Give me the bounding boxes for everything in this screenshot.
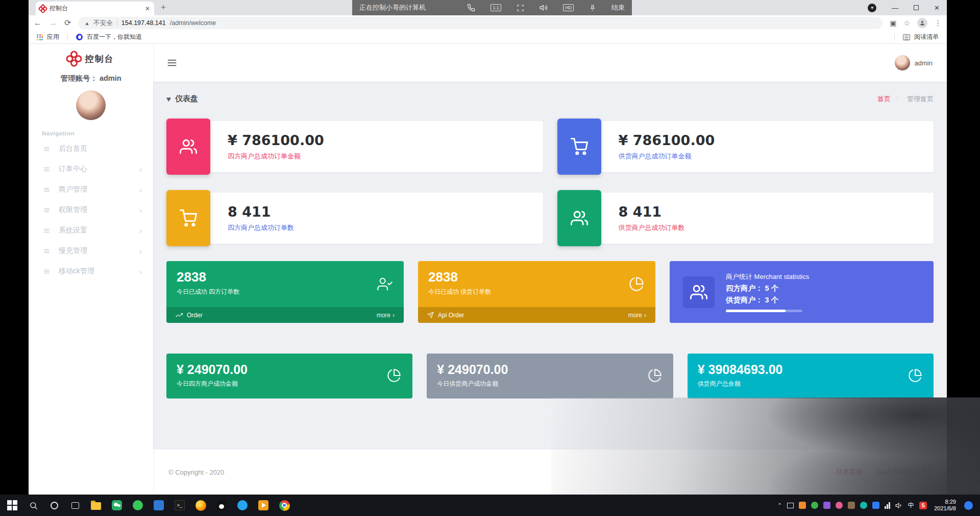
breadcrumb-separator: 〉 xyxy=(896,95,902,103)
breadcrumb-home[interactable]: 首页 xyxy=(877,95,891,104)
start-button[interactable] xyxy=(6,499,18,511)
tray-icon-purple[interactable] xyxy=(823,502,830,509)
today-card-sifang: 2838 今日已成功 四方订单数 Order more › xyxy=(166,261,404,323)
sidebar-item-permissions[interactable]: 权限管理 › xyxy=(29,200,153,220)
taskbar-app-qq[interactable] xyxy=(215,499,228,511)
hd-icon[interactable]: HD xyxy=(563,4,574,11)
forward-button[interactable]: → xyxy=(49,19,57,27)
breadcrumb: 首页 〉 管理首页 xyxy=(877,95,934,104)
remote-control-bar: 正在控制小哥的计算机 1:1 HD 结束 xyxy=(352,0,632,15)
sidebar-item-home[interactable]: 后台首页 xyxy=(29,138,153,159)
money-label: 今日供货商户成功金额 xyxy=(437,380,663,388)
taskbar-app-wechat[interactable] xyxy=(111,499,123,511)
taskbar-app-firefox[interactable] xyxy=(194,499,207,511)
notification-icon[interactable] xyxy=(964,501,973,510)
money-label: 今日四方商户成功金额 xyxy=(177,380,402,388)
remote-session-indicator-icon[interactable]: ▼ xyxy=(868,4,876,12)
version-text: SaaS系统版本: 5.3 xyxy=(876,467,932,477)
cortana-icon[interactable] xyxy=(48,499,60,511)
sidebar-item-orders[interactable]: 订单中心 › xyxy=(29,159,153,179)
url-host: 154.197.48.141 xyxy=(121,19,166,27)
browser-profile-avatar[interactable] xyxy=(917,18,927,28)
tab-close-icon[interactable]: ✕ xyxy=(145,5,150,12)
tray-icon-blue[interactable] xyxy=(872,502,879,509)
sidebar-toggle-icon[interactable] xyxy=(167,59,177,66)
sidebar-item-settings[interactable]: 系统设置 › xyxy=(29,220,153,241)
fullscreen-icon[interactable] xyxy=(517,4,524,12)
stats-row-sifang: 四方商户： 5 个 xyxy=(726,284,809,293)
browser-tab[interactable]: 控制台 ✕ xyxy=(36,2,154,15)
baidu-favicon xyxy=(76,34,83,40)
taskbar-app-green[interactable] xyxy=(132,499,144,511)
tray-icon-teal[interactable] xyxy=(860,502,867,509)
tab-title: 控制台 xyxy=(50,4,141,13)
pin-icon[interactable] xyxy=(589,4,596,12)
reload-button[interactable]: ⟳ xyxy=(64,19,71,27)
reading-list-label[interactable]: 阅读清单 xyxy=(914,33,939,41)
search-icon[interactable] xyxy=(27,499,39,511)
header-avatar xyxy=(895,55,910,71)
speaker-icon[interactable] xyxy=(540,4,548,12)
chevron-right-icon: › xyxy=(139,247,142,255)
taskbar-app-tim[interactable] xyxy=(236,499,249,511)
tray-icon-brown[interactable] xyxy=(848,502,855,509)
apps-label[interactable]: 应用 xyxy=(47,33,59,41)
translate-icon[interactable]: ▣ xyxy=(890,19,896,27)
today-label: 今日已成功 四方订单数 xyxy=(177,288,394,296)
user-avatar[interactable] xyxy=(76,90,106,120)
volume-icon[interactable] xyxy=(895,502,903,509)
tray-icon-green[interactable] xyxy=(811,502,818,509)
close-button[interactable]: ✕ xyxy=(934,4,940,12)
sidebar-item-merchants[interactable]: 商户管理 › xyxy=(29,179,153,200)
network-icon[interactable] xyxy=(885,502,890,509)
taskbar-app-terminal[interactable]: >_ xyxy=(174,499,186,511)
taskbar-app-blue[interactable] xyxy=(153,499,165,511)
bookmark-star-icon[interactable]: ☆ xyxy=(903,19,910,27)
today-card-footer[interactable]: Api Order more › xyxy=(418,307,655,323)
sidebar-item-mobile-ck[interactable]: 移动ck管理 › xyxy=(29,261,153,282)
money-card-sifang-today: ¥ 249070.00 今日四方商户成功金额 xyxy=(166,354,412,398)
chevron-right-icon: › xyxy=(139,206,142,215)
scale-1-1-icon[interactable]: 1:1 xyxy=(491,4,501,11)
header-user-menu[interactable]: admin xyxy=(895,55,933,71)
apps-grid-icon[interactable] xyxy=(37,34,43,40)
money-label: 供货商户总余额 xyxy=(698,380,923,388)
taskbar-app-player[interactable] xyxy=(257,499,270,511)
desktop-screen: { "remote_control_bar": { "title": "正在控制… xyxy=(0,0,980,516)
minimize-button[interactable]: — xyxy=(892,4,898,12)
footer-label: Order xyxy=(187,312,203,319)
maximize-button[interactable] xyxy=(914,5,919,10)
today-card-footer[interactable]: Order more › xyxy=(166,307,404,323)
contact-support-link[interactable]: 联系客服 xyxy=(836,467,863,477)
nav-section-label: Navigation xyxy=(42,130,153,136)
tray-icon-pink[interactable] xyxy=(836,502,843,509)
sogou-input-icon[interactable]: S xyxy=(919,502,927,509)
more-link[interactable]: more › xyxy=(628,312,646,319)
address-bar[interactable]: ▲ 不安全 154.197.48.141/admin/welcome xyxy=(78,17,883,29)
tray-expand-icon[interactable]: ⌃ xyxy=(777,502,782,509)
list-icon xyxy=(43,227,51,234)
task-view-icon[interactable] xyxy=(69,499,81,511)
ime-indicator[interactable]: 中 xyxy=(908,501,915,510)
cart-icon xyxy=(166,190,210,246)
back-button[interactable]: ← xyxy=(34,19,42,27)
user-check-icon xyxy=(377,276,393,292)
money-card-supplier-today: ¥ 249070.00 今日供货商户成功金额 xyxy=(427,354,673,398)
more-link[interactable]: more › xyxy=(377,312,395,319)
stat-value: 8 411 xyxy=(619,204,934,220)
browser-menu-icon[interactable]: ⋮ xyxy=(935,19,942,27)
new-tab-button[interactable]: ＋ xyxy=(159,2,167,13)
stat-label: 四方商户总成功订单数 xyxy=(228,223,543,232)
tray-icon-orange[interactable] xyxy=(799,502,806,509)
taskbar-clock[interactable]: 8:29 2021/6/8 xyxy=(934,499,956,512)
tray-window-icon[interactable] xyxy=(787,503,794,508)
phone-icon[interactable] xyxy=(467,4,475,12)
taskbar-app-file-explorer[interactable] xyxy=(90,499,102,511)
cart-icon xyxy=(557,119,601,175)
money-value: ¥ 249070.00 xyxy=(177,362,402,377)
sidebar-item-recharge[interactable]: 慢充管理 › xyxy=(29,241,153,261)
taskbar-app-chrome[interactable] xyxy=(278,499,290,511)
bookmark-baidu[interactable]: 百度一下，你就知道 xyxy=(87,33,142,41)
app-logo[interactable]: 控制台 xyxy=(29,50,153,67)
end-session-button[interactable]: 结束 xyxy=(611,3,625,12)
